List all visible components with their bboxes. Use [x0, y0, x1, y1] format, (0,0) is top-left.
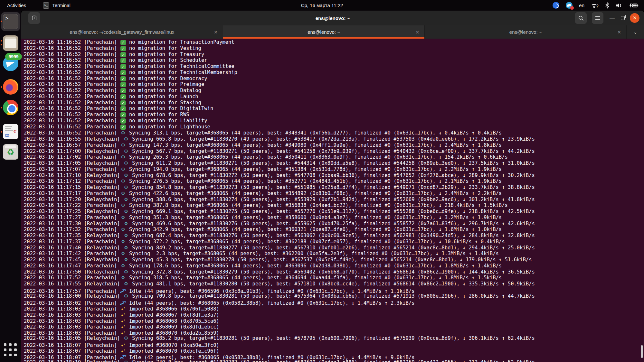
- volume-icon[interactable]: [616, 2, 623, 9]
- log-timestamp: 2022-03-16 11:17:52 [Parachain]: [24, 275, 120, 281]
- gear-icon: ⚙: [120, 190, 126, 196]
- terminal-mini-icon: >_: [43, 2, 49, 9]
- log-timestamp: 2022-03-16 11:17:17 [Parachain]: [24, 190, 120, 196]
- log-message: Syncing 318.5 bps, target=#368065 (44 pe…: [129, 275, 502, 281]
- running-dot: [1, 40, 2, 42]
- minimize-button[interactable]: —: [609, 15, 616, 21]
- tab-close-icon[interactable]: ✕: [617, 30, 621, 35]
- log-line: 2022-03-16 11:18:07 [Parachain] zZz Idle…: [24, 353, 644, 359]
- activities-button[interactable]: Activities: [0, 0, 33, 11]
- gear-icon: ⚙: [123, 335, 129, 341]
- close-button[interactable]: ✕: [630, 13, 639, 23]
- search-icon: [578, 15, 584, 21]
- tray-app-badge-icon[interactable]: [566, 2, 573, 9]
- tray-app-icon[interactable]: [553, 2, 559, 9]
- check-icon: ✓: [120, 46, 126, 51]
- log-line: 2022-03-16 11:17:05 [Relaychain] ⚙ Synci…: [24, 160, 644, 166]
- clock[interactable]: Ср, 16 марта 11:22: [301, 0, 343, 11]
- dock-item-terminal[interactable]: >_: [1, 12, 20, 31]
- window-title: ens@lenovo: ~: [316, 15, 350, 21]
- trash-icon: ♻: [3, 147, 18, 157]
- log-message: Syncing 342.9 bps, target=#368065 (44 pe…: [129, 227, 502, 232]
- log-line: 2022-03-16 11:16:52 [Parachain] ✓ no mig…: [24, 57, 644, 63]
- log-message: Syncing 265.3 bps, target=#368065 (44 pe…: [129, 154, 508, 160]
- log-line: 2022-03-16 11:16:52 [Parachain] ✓ no mig…: [24, 63, 644, 70]
- log-message: Syncing 313.1 bps, target=#368065 (44 pe…: [129, 130, 502, 136]
- gear-icon: ⚙: [120, 263, 126, 269]
- dock-item-trash[interactable]: ♻: [3, 144, 18, 160]
- log-line: 2022-03-16 11:17:07 [Parachain] ⚙ Syncin…: [24, 166, 644, 172]
- tab-1[interactable]: ens@lenovo: ~/code/sls_gateway_firmware/…: [21, 25, 223, 39]
- log-timestamp: 2022-03-16 11:17:40 [Relaychain]: [24, 245, 123, 251]
- log-message: Syncing 709.8 bps, target=#11830281 (50 …: [132, 293, 535, 299]
- log-message: no migration for RWS: [129, 112, 189, 117]
- dock-item-telegram[interactable]: 9999: [3, 56, 18, 71]
- log-message: no migration for TechnicalCommittee: [129, 63, 234, 69]
- dock-item-files[interactable]: [3, 35, 18, 51]
- log-line: 2022-03-16 11:17:57 [Parachain] zZz Idle…: [24, 287, 644, 293]
- log-line: 2022-03-16 11:17:30 [Relaychain] ⚙ Synci…: [24, 220, 644, 227]
- svg-text:?: ?: [596, 4, 599, 8]
- app-menu-label: Terminal: [52, 3, 71, 8]
- log-message: Syncing 2.3 bps, target=#368065 (44 peer…: [129, 251, 499, 256]
- terminal-output[interactable]: 2022-03-16 11:16:52 [Parachain] ✓ no mig…: [21, 39, 644, 362]
- gear-icon: ⚙: [120, 238, 126, 245]
- new-tab-button[interactable]: [28, 12, 40, 24]
- log-timestamp: 2022-03-16 11:16:52 [Parachain]: [24, 112, 120, 117]
- tab-label: ens@lenovo: ~/code/sls_gateway_firmware/…: [70, 29, 174, 35]
- log-line: 2022-03-16 11:16:52 [Parachain] ✓ no mig…: [24, 106, 644, 112]
- log-line: 2022-03-16 11:17:17 [Parachain] ⚙ Syncin…: [24, 190, 644, 196]
- battery-charging-icon[interactable]: [629, 2, 639, 9]
- log-line: 2022-03-16 11:18:10 [Relaychain] ⚙ Synci…: [24, 359, 644, 362]
- scrollbar-thumb[interactable]: [641, 345, 643, 358]
- app-grid-button[interactable]: [4, 343, 17, 357]
- check-icon: ✓: [120, 100, 126, 106]
- log-timestamp: 2022-03-16 11:17:27 [Parachain]: [24, 215, 120, 220]
- log-timestamp: 2022-03-16 11:16:52 [Parachain]: [24, 106, 120, 111]
- app-menu-terminal[interactable]: >_ Terminal: [43, 0, 71, 11]
- tab-label: ens@lenovo: ~: [509, 29, 542, 35]
- log-timestamp: 2022-03-16 11:17:32 [Parachain]: [24, 227, 120, 232]
- log-timestamp: 2022-03-16 11:16:52 [Parachain]: [24, 51, 120, 57]
- menu-button[interactable]: [592, 12, 603, 24]
- log-message: Syncing 194.0 bps, target=#368065 (44 pe…: [129, 166, 502, 172]
- log-line: 2022-03-16 11:18:05 [Relaychain] ⚙ Synci…: [24, 335, 644, 341]
- dock-item-document-viewer[interactable]: e oo: [3, 124, 18, 139]
- log-timestamp: 2022-03-16 11:17:30 [Relaychain]: [24, 221, 123, 227]
- bluetooth-icon[interactable]: [605, 2, 609, 9]
- check-icon: ✓: [120, 76, 126, 81]
- network-question-icon[interactable]: ?: [591, 2, 599, 9]
- log-message: no migration for Democracy: [129, 76, 207, 81]
- log-timestamp: 2022-03-16 11:16:52 [Parachain]: [24, 124, 120, 130]
- check-icon: ✓: [120, 70, 126, 75]
- check-icon: ✓: [120, 88, 126, 93]
- tab-close-icon[interactable]: ✕: [214, 30, 218, 35]
- dock-divider: [5, 121, 16, 121]
- log-message: Syncing 669.1 bps, target=#11830275 (50 …: [132, 209, 535, 214]
- log-line: 2022-03-16 11:18:03 [Parachain] ✦✦ Impor…: [24, 323, 644, 329]
- log-line: 2022-03-16 11:16:52 [Parachain] ✓ no mig…: [24, 45, 644, 51]
- dock-item-firefox[interactable]: [3, 79, 18, 95]
- log-timestamp: 2022-03-16 11:17:20 [Relaychain]: [24, 197, 123, 202]
- log-message: no migration for TechnicalMembership: [129, 70, 237, 75]
- log-timestamp: 2022-03-16 11:17:05 [Relaychain]: [24, 160, 123, 166]
- keyboard-layout-indicator[interactable]: en: [579, 3, 584, 8]
- document-viewer-icon: e: [14, 128, 16, 134]
- running-dot: [1, 86, 2, 88]
- tab-list-chevron-down-icon[interactable]: ⌄: [627, 25, 644, 39]
- log-line: 2022-03-16 11:18:03 [Parachain] ✦✦ Impor…: [24, 317, 644, 323]
- restore-button[interactable]: [621, 16, 625, 20]
- check-icon: ✓: [120, 52, 126, 57]
- log-message: Syncing 372.2 bps, target=#368065 (44 pe…: [129, 239, 505, 245]
- log-timestamp: 2022-03-16 11:17:42 [Parachain]: [24, 251, 120, 256]
- dock-item-chrome[interactable]: [3, 100, 18, 115]
- tab-3[interactable]: ens@lenovo: ~ ✕: [425, 25, 627, 39]
- log-line: 2022-03-16 11:17:15 [Relaychain] ⚙ Synci…: [24, 184, 644, 190]
- search-button[interactable]: [575, 12, 587, 24]
- tab-close-icon[interactable]: ✕: [416, 30, 420, 35]
- gear-icon: ⚙: [120, 214, 126, 220]
- log-line: 2022-03-16 11:17:55 [Relaychain] ⚙ Synci…: [24, 281, 644, 287]
- tab-2-active[interactable]: ens@lenovo: ~ ✕: [223, 25, 425, 39]
- window-titlebar[interactable]: ens@lenovo: ~ — ✕: [21, 11, 644, 25]
- gear-icon: ⚙: [123, 359, 129, 362]
